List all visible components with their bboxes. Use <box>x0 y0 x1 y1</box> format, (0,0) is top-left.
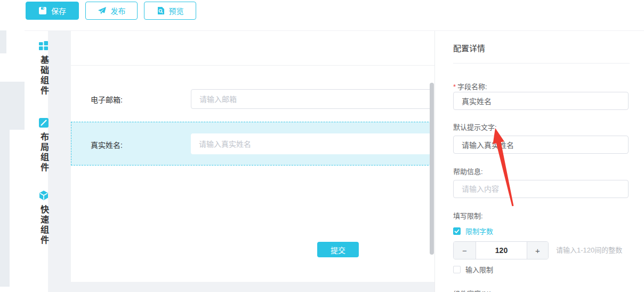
field-name-label: *字段名称: <box>453 81 487 91</box>
left-rail-mid <box>0 82 25 130</box>
save-icon <box>38 6 47 15</box>
default-text-label: 默认提示文字: <box>453 122 497 132</box>
preview-button-label: 预览 <box>169 5 184 16</box>
toolbar: 保存 发布 预览 <box>0 0 644 30</box>
help-info-label: 帮助信息: <box>453 166 483 176</box>
sidebar-item-layout-components[interactable]: 布局组件 <box>34 118 53 173</box>
save-button-label: 保存 <box>51 5 66 16</box>
fill-limit-label: 填写限制: <box>453 210 483 220</box>
config-panel-title: 配置详情 <box>453 42 485 53</box>
pen-icon <box>39 118 49 128</box>
save-button[interactable]: 保存 <box>26 2 79 20</box>
stepper-plus-button[interactable]: + <box>527 242 548 259</box>
limit-chars-checkbox[interactable] <box>453 227 461 235</box>
input-limit-label[interactable]: 输入限制 <box>465 264 493 274</box>
sidebar-item-basic-components[interactable]: 基础组件 <box>34 41 53 96</box>
input-limit-row[interactable]: 输入限制 <box>453 264 493 274</box>
toolbar-divider <box>25 30 644 31</box>
stepper-hint: 请输入1-120间的整数 <box>556 241 622 259</box>
form-header-divider <box>71 65 434 66</box>
field-label: 真实姓名: <box>91 139 123 150</box>
char-count-stepper: − 120 + <box>453 241 549 259</box>
help-info-input[interactable] <box>453 180 629 198</box>
sidebar-item-label: 基础组件 <box>39 56 48 96</box>
input-limit-checkbox[interactable] <box>453 266 461 273</box>
sidebar-item-quick-components[interactable]: 快速组件 <box>34 191 53 246</box>
stepper-minus-button[interactable]: − <box>454 242 476 259</box>
stepper-value[interactable]: 120 <box>476 242 527 259</box>
field-name-input[interactable] <box>453 92 629 110</box>
field-label: 电子邮箱: <box>91 94 123 105</box>
canvas-scrollbar[interactable] <box>430 83 434 255</box>
grid-icon <box>39 41 49 51</box>
email-input[interactable] <box>191 89 432 109</box>
sidebar-item-label: 快速组件 <box>39 205 48 246</box>
preview-icon <box>157 6 165 15</box>
realname-input[interactable] <box>191 133 432 154</box>
preview-button[interactable]: 预览 <box>144 2 196 20</box>
form-canvas: 电子邮箱: 真实姓名: 提交 <box>71 31 434 282</box>
left-rail-bottom <box>0 130 10 287</box>
send-icon <box>98 6 107 15</box>
form-field-realname-selected[interactable]: 真实姓名: <box>71 122 434 165</box>
submit-button[interactable]: 提交 <box>317 242 359 257</box>
cube-icon <box>39 191 49 200</box>
limit-chars-row[interactable]: 限制字数 <box>453 226 493 236</box>
component-width-label: 组件宽度(%) <box>453 288 492 292</box>
limit-chars-label[interactable]: 限制字数 <box>465 226 493 236</box>
default-text-input[interactable] <box>453 136 629 154</box>
rail-active-item[interactable] <box>0 53 25 82</box>
config-panel: 配置详情 *字段名称: 默认提示文字: 帮助信息: 填写限制: 限制字数 − 1… <box>434 30 644 292</box>
required-asterisk: * <box>453 83 456 91</box>
publish-button-label: 发布 <box>111 5 126 16</box>
publish-button[interactable]: 发布 <box>85 2 138 20</box>
config-panel-divider <box>453 63 630 64</box>
sidebar-item-label: 布局组件 <box>39 132 48 173</box>
